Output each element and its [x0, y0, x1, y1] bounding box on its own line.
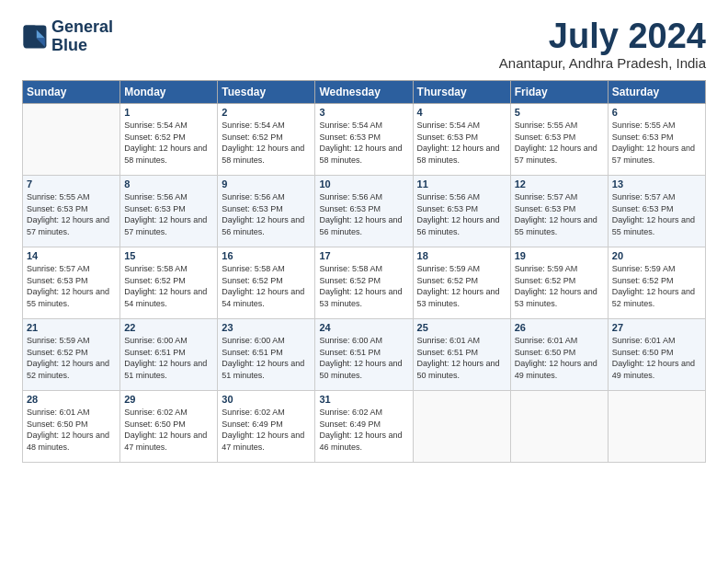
- table-row: 31Sunrise: 6:02 AMSunset: 6:49 PMDayligh…: [315, 391, 413, 463]
- day-number: 2: [222, 107, 311, 118]
- table-row: 10Sunrise: 5:56 AMSunset: 6:53 PMDayligh…: [315, 176, 413, 247]
- day-info: Sunrise: 5:57 AMSunset: 6:53 PMDaylight:…: [27, 263, 116, 309]
- title-block: July 2024 Anantapur, Andhra Pradesh, Ind…: [499, 18, 706, 71]
- day-number: 28: [27, 394, 116, 405]
- day-number: 1: [124, 107, 213, 118]
- col-friday: Friday: [510, 81, 608, 104]
- calendar-row: 21Sunrise: 5:59 AMSunset: 6:52 PMDayligh…: [23, 319, 706, 391]
- day-number: 4: [417, 107, 506, 118]
- day-number: 29: [124, 394, 213, 405]
- month-title: July 2024: [499, 18, 706, 53]
- table-row: 29Sunrise: 6:02 AMSunset: 6:50 PMDayligh…: [120, 391, 218, 463]
- day-number: 11: [417, 178, 506, 190]
- col-wednesday: Wednesday: [315, 81, 413, 104]
- table-row: 6Sunrise: 5:55 AMSunset: 6:53 PMDaylight…: [608, 104, 705, 176]
- logo-text: General Blue: [51, 18, 113, 55]
- col-tuesday: Tuesday: [218, 81, 315, 104]
- day-number: 25: [417, 322, 506, 333]
- day-info: Sunrise: 5:55 AMSunset: 6:53 PMDaylight:…: [27, 191, 116, 237]
- table-row: 20Sunrise: 5:59 AMSunset: 6:52 PMDayligh…: [608, 247, 705, 319]
- day-info: Sunrise: 5:58 AMSunset: 6:52 PMDaylight:…: [319, 263, 408, 309]
- day-info: Sunrise: 6:01 AMSunset: 6:50 PMDaylight:…: [515, 335, 604, 381]
- day-number: 30: [222, 394, 311, 405]
- day-info: Sunrise: 5:58 AMSunset: 6:52 PMDaylight:…: [222, 263, 311, 309]
- table-row: 14Sunrise: 5:57 AMSunset: 6:53 PMDayligh…: [23, 247, 120, 319]
- day-number: 17: [319, 250, 408, 261]
- calendar-page: General Blue July 2024 Anantapur, Andhra…: [0, 0, 728, 477]
- calendar-row: 28Sunrise: 6:01 AMSunset: 6:50 PMDayligh…: [23, 391, 706, 463]
- logo: General Blue: [22, 18, 113, 55]
- table-row: 8Sunrise: 5:56 AMSunset: 6:53 PMDaylight…: [120, 176, 218, 247]
- header: General Blue July 2024 Anantapur, Andhra…: [22, 18, 706, 71]
- svg-rect-3: [24, 25, 37, 46]
- day-info: Sunrise: 6:01 AMSunset: 6:50 PMDaylight:…: [27, 407, 116, 453]
- table-row: [23, 104, 120, 176]
- day-info: Sunrise: 5:57 AMSunset: 6:53 PMDaylight:…: [612, 191, 701, 237]
- table-row: 23Sunrise: 6:00 AMSunset: 6:51 PMDayligh…: [218, 319, 315, 391]
- day-info: Sunrise: 5:59 AMSunset: 6:52 PMDaylight:…: [417, 263, 506, 309]
- day-number: 13: [612, 178, 701, 190]
- table-row: 21Sunrise: 5:59 AMSunset: 6:52 PMDayligh…: [23, 319, 120, 391]
- day-number: 12: [515, 178, 604, 190]
- day-info: Sunrise: 6:02 AMSunset: 6:50 PMDaylight:…: [124, 407, 213, 453]
- day-info: Sunrise: 6:00 AMSunset: 6:51 PMDaylight:…: [319, 335, 408, 381]
- table-row: [608, 391, 705, 463]
- table-row: 16Sunrise: 5:58 AMSunset: 6:52 PMDayligh…: [218, 247, 315, 319]
- table-row: 3Sunrise: 5:54 AMSunset: 6:53 PMDaylight…: [315, 104, 413, 176]
- day-info: Sunrise: 5:54 AMSunset: 6:52 PMDaylight:…: [124, 120, 213, 166]
- day-info: Sunrise: 5:58 AMSunset: 6:52 PMDaylight:…: [124, 263, 213, 309]
- day-info: Sunrise: 6:00 AMSunset: 6:51 PMDaylight:…: [124, 335, 213, 381]
- calendar-row: 7Sunrise: 5:55 AMSunset: 6:53 PMDaylight…: [23, 176, 706, 247]
- table-row: 2Sunrise: 5:54 AMSunset: 6:52 PMDaylight…: [218, 104, 315, 176]
- day-info: Sunrise: 6:02 AMSunset: 6:49 PMDaylight:…: [222, 407, 311, 453]
- day-info: Sunrise: 5:54 AMSunset: 6:53 PMDaylight:…: [319, 120, 408, 166]
- day-info: Sunrise: 6:00 AMSunset: 6:51 PMDaylight:…: [222, 335, 311, 381]
- day-info: Sunrise: 5:56 AMSunset: 6:53 PMDaylight:…: [319, 191, 408, 237]
- day-number: 21: [27, 322, 116, 333]
- day-number: 24: [319, 322, 408, 333]
- table-row: 27Sunrise: 6:01 AMSunset: 6:50 PMDayligh…: [608, 319, 705, 391]
- table-row: 12Sunrise: 5:57 AMSunset: 6:53 PMDayligh…: [510, 176, 608, 247]
- day-info: Sunrise: 6:01 AMSunset: 6:51 PMDaylight:…: [417, 335, 506, 381]
- day-info: Sunrise: 5:59 AMSunset: 6:52 PMDaylight:…: [612, 263, 701, 309]
- day-number: 23: [222, 322, 311, 333]
- calendar-table: Sunday Monday Tuesday Wednesday Thursday…: [22, 80, 706, 463]
- day-info: Sunrise: 5:56 AMSunset: 6:53 PMDaylight:…: [124, 191, 213, 237]
- day-number: 9: [222, 178, 311, 190]
- day-number: 18: [417, 250, 506, 261]
- day-info: Sunrise: 6:02 AMSunset: 6:49 PMDaylight:…: [319, 407, 408, 453]
- day-info: Sunrise: 5:54 AMSunset: 6:53 PMDaylight:…: [417, 120, 506, 166]
- table-row: 28Sunrise: 6:01 AMSunset: 6:50 PMDayligh…: [23, 391, 120, 463]
- day-info: Sunrise: 5:56 AMSunset: 6:53 PMDaylight:…: [417, 191, 506, 237]
- table-row: 1Sunrise: 5:54 AMSunset: 6:52 PMDaylight…: [120, 104, 218, 176]
- day-number: 26: [515, 322, 604, 333]
- day-info: Sunrise: 5:57 AMSunset: 6:53 PMDaylight:…: [515, 191, 604, 237]
- day-number: 20: [612, 250, 701, 261]
- day-info: Sunrise: 5:54 AMSunset: 6:52 PMDaylight:…: [222, 120, 311, 166]
- col-saturday: Saturday: [608, 81, 705, 104]
- table-row: 19Sunrise: 5:59 AMSunset: 6:52 PMDayligh…: [510, 247, 608, 319]
- table-row: 24Sunrise: 6:00 AMSunset: 6:51 PMDayligh…: [315, 319, 413, 391]
- day-info: Sunrise: 5:56 AMSunset: 6:53 PMDaylight:…: [222, 191, 311, 237]
- calendar-row: 1Sunrise: 5:54 AMSunset: 6:52 PMDaylight…: [23, 104, 706, 176]
- day-number: 14: [27, 250, 116, 261]
- day-info: Sunrise: 5:55 AMSunset: 6:53 PMDaylight:…: [612, 120, 701, 166]
- logo-icon: [22, 24, 48, 50]
- day-number: 15: [124, 250, 213, 261]
- table-row: 13Sunrise: 5:57 AMSunset: 6:53 PMDayligh…: [608, 176, 705, 247]
- table-row: 4Sunrise: 5:54 AMSunset: 6:53 PMDaylight…: [413, 104, 510, 176]
- table-row: 22Sunrise: 6:00 AMSunset: 6:51 PMDayligh…: [120, 319, 218, 391]
- calendar-row: 14Sunrise: 5:57 AMSunset: 6:53 PMDayligh…: [23, 247, 706, 319]
- table-row: 11Sunrise: 5:56 AMSunset: 6:53 PMDayligh…: [413, 176, 510, 247]
- table-row: 30Sunrise: 6:02 AMSunset: 6:49 PMDayligh…: [218, 391, 315, 463]
- day-number: 7: [27, 178, 116, 190]
- table-row: 26Sunrise: 6:01 AMSunset: 6:50 PMDayligh…: [510, 319, 608, 391]
- table-row: 7Sunrise: 5:55 AMSunset: 6:53 PMDaylight…: [23, 176, 120, 247]
- table-row: 15Sunrise: 5:58 AMSunset: 6:52 PMDayligh…: [120, 247, 218, 319]
- day-number: 5: [515, 107, 604, 118]
- day-number: 27: [612, 322, 701, 333]
- table-row: 5Sunrise: 5:55 AMSunset: 6:53 PMDaylight…: [510, 104, 608, 176]
- day-number: 3: [319, 107, 408, 118]
- table-row: [413, 391, 510, 463]
- day-number: 31: [319, 394, 408, 405]
